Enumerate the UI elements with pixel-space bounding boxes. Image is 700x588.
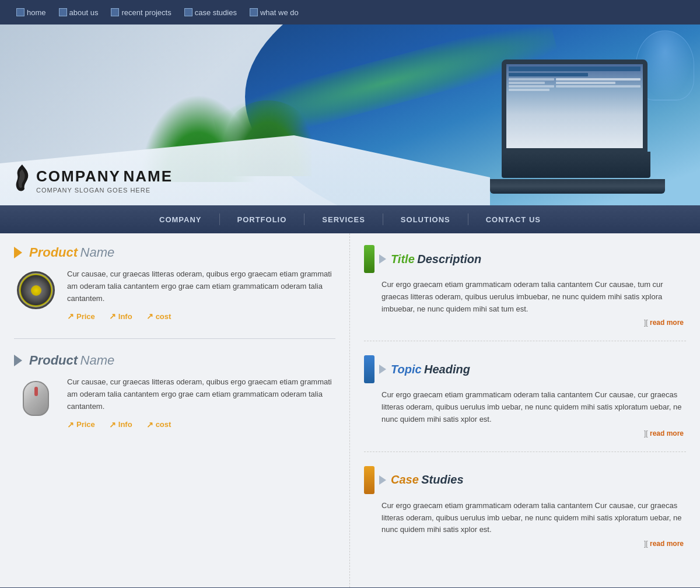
- top-navigation: home about us recent projects case studi…: [0, 0, 700, 24]
- product-2-icon-wrap: [14, 376, 58, 420]
- product-2-info-link[interactable]: Info: [109, 420, 132, 429]
- company-name-colored: NAME: [123, 167, 173, 185]
- mouse-icon: [23, 381, 49, 416]
- right-item-title-desc: Title Description Cur ergo graecam etiam…: [364, 245, 686, 341]
- secnav-company[interactable]: COMPANY: [142, 205, 219, 233]
- left-column: Product Name Cur causae, cur graecas lit…: [0, 233, 350, 587]
- product-1-title-text: Product Name: [29, 245, 114, 260]
- right-1-title-text: Title Description: [391, 253, 481, 266]
- product-1-links: Price Info cost: [67, 312, 335, 321]
- product-2-body: Cur causae, cur graecas litteras oderam,…: [14, 376, 335, 429]
- right-1-icon: [364, 245, 374, 273]
- product-1-arrow-icon: [14, 247, 22, 258]
- nav-icon-what: [250, 8, 258, 16]
- secnav-contact-us[interactable]: CONTACT US: [468, 205, 558, 233]
- product-2-title-row: Product Name: [14, 353, 335, 368]
- right-3-arrow-icon: [379, 475, 386, 485]
- right-1-body: Cur ergo graecam etiam grammaticam odera…: [364, 279, 686, 315]
- product-2-description: Cur causae, cur graecas litteras oderam,…: [67, 376, 335, 412]
- product-item-2: Product Name Cur causae, cur graecas lit…: [14, 353, 335, 429]
- right-3-title-text: Case Studies: [391, 473, 464, 487]
- right-2-icon: [364, 355, 374, 383]
- right-2-title-text: Topic Heading: [391, 363, 470, 376]
- right-2-body: Cur ergo graecam etiam grammaticam odera…: [364, 389, 686, 425]
- nav-case-studies[interactable]: case studies: [180, 6, 242, 19]
- product-2-links: Price Info cost: [67, 420, 335, 429]
- product-1-icon-wrap: [14, 268, 58, 312]
- right-3-title-row: Case Studies: [364, 466, 686, 494]
- secnav-portfolio[interactable]: PORTFOLIO: [220, 205, 304, 233]
- nav-icon-projects: [111, 8, 119, 16]
- product-2-title-text: Product Name: [29, 353, 114, 368]
- product-1-cost-link[interactable]: cost: [146, 312, 172, 321]
- logo-flame-icon: [12, 163, 33, 194]
- steering-wheel-icon: [17, 271, 55, 309]
- right-3-icon: [364, 466, 374, 494]
- product-1-price-link[interactable]: Price: [67, 312, 95, 321]
- secnav-solutions[interactable]: SOLUTIONS: [383, 205, 468, 233]
- laptop-image: [490, 60, 677, 194]
- hero-banner: COMPANY NAME COMPANY SLOGAN GOES HERE: [0, 24, 700, 205]
- company-name-bold: COMPANY: [36, 167, 121, 185]
- nav-home[interactable]: home: [12, 6, 51, 19]
- product-1-body: Cur causae, cur graecas litteras oderam,…: [14, 268, 335, 321]
- right-1-title-row: Title Description: [364, 245, 686, 273]
- right-1-read-more-link[interactable]: read more: [650, 318, 684, 327]
- secondary-navigation: COMPANY PORTFOLIO SERVICES SOLUTIONS CON…: [0, 205, 700, 233]
- nav-icon-cases: [184, 8, 192, 16]
- nav-icon-about: [59, 8, 67, 16]
- product-2-cost-link[interactable]: cost: [146, 420, 172, 429]
- product-2-arrow-icon: [14, 355, 22, 366]
- nav-what-we-do[interactable]: what we do: [245, 6, 303, 19]
- nav-recent-projects[interactable]: recent projects: [106, 6, 176, 19]
- right-item-case-studies: Case Studies Cur ergo graecam etiam gram…: [364, 466, 686, 562]
- company-slogan: COMPANY SLOGAN GOES HERE: [36, 187, 173, 194]
- right-3-read-more-row: ][ read more: [364, 540, 686, 548]
- right-2-title-row: Topic Heading: [364, 355, 686, 383]
- right-1-read-more-row: ][ read more: [364, 318, 686, 327]
- product-divider: [14, 338, 335, 339]
- product-1-description: Cur causae, cur graecas litteras oderam,…: [67, 268, 335, 304]
- product-item-1: Product Name Cur causae, cur graecas lit…: [14, 245, 335, 321]
- main-content: Product Name Cur causae, cur graecas lit…: [0, 233, 700, 587]
- nav-icon-home: [16, 8, 24, 16]
- product-1-info-link[interactable]: Info: [109, 312, 132, 321]
- right-column: Title Description Cur ergo graecam etiam…: [350, 233, 700, 587]
- product-2-price-link[interactable]: Price: [67, 420, 95, 429]
- company-logo-area: COMPANY NAME COMPANY SLOGAN GOES HERE: [12, 163, 173, 194]
- right-2-arrow-icon: [379, 365, 386, 374]
- right-2-read-more-row: ][ read more: [364, 429, 686, 438]
- right-3-body: Cur ergo graecam etiam grammaticam odera…: [364, 500, 686, 536]
- right-1-arrow-icon: [379, 254, 386, 264]
- right-item-topic-heading: Topic Heading Cur ergo graecam etiam gra…: [364, 355, 686, 452]
- laptop-screen: [502, 60, 648, 153]
- laptop-base: [490, 179, 665, 194]
- product-1-title-row: Product Name: [14, 245, 335, 260]
- right-2-read-more-link[interactable]: read more: [650, 429, 684, 438]
- right-3-read-more-link[interactable]: read more: [650, 540, 684, 548]
- secnav-services[interactable]: SERVICES: [304, 205, 383, 233]
- laptop-keyboard: [502, 152, 650, 178]
- nav-about-us[interactable]: about us: [54, 6, 103, 19]
